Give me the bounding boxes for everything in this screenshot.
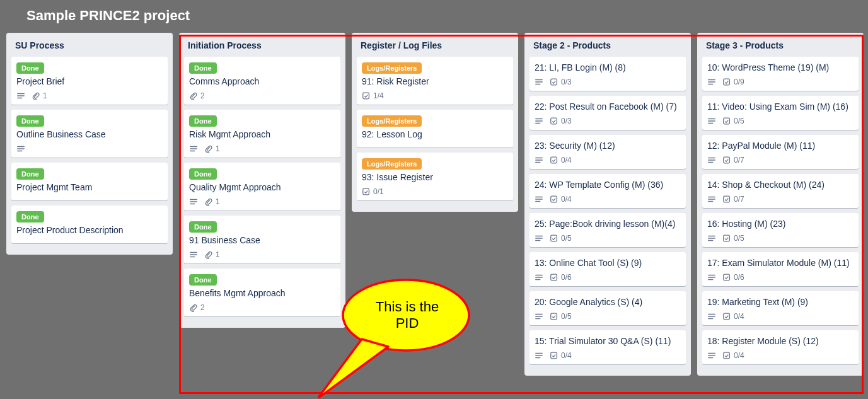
card-title: Outline Business Case <box>16 129 163 140</box>
label-logs[interactable]: Logs/Registers <box>362 158 422 170</box>
label-logs[interactable]: Logs/Registers <box>362 62 422 74</box>
card[interactable]: DoneQuality Mgmt Approach1 <box>184 163 340 211</box>
card[interactable]: 23: Security (M) (12)0/4 <box>529 135 686 169</box>
badge-attachment-count: 1 <box>216 197 220 206</box>
card-badges: 2 <box>189 303 335 313</box>
label-done[interactable]: Done <box>16 168 44 180</box>
attachment-icon <box>189 303 198 312</box>
badge-description <box>707 351 716 360</box>
card[interactable]: Done91 Business Case1 <box>184 216 340 263</box>
list-title[interactable]: Register / Log Files <box>357 38 513 57</box>
description-icon <box>707 117 716 125</box>
badge-attachments: 2 <box>189 91 205 100</box>
card[interactable]: DoneRisk Mgmt Approach1 <box>184 110 340 158</box>
description-icon <box>535 78 543 86</box>
svg-rect-76 <box>724 313 730 320</box>
description-icon <box>189 197 198 206</box>
card[interactable]: 16: Hosting (M) (23)0/5 <box>702 213 859 247</box>
card[interactable]: DoneOutline Business Case <box>11 110 168 158</box>
card-title: 10: WordPress Theme (19) (M) <box>707 62 854 73</box>
label-done[interactable]: Done <box>189 62 217 74</box>
badge-description <box>16 91 25 100</box>
label-done[interactable]: Done <box>189 115 217 127</box>
list[interactable]: SU ProcessDoneProject Brief1DoneOutline … <box>6 33 173 255</box>
checklist-icon <box>722 195 731 204</box>
card[interactable]: 12: PayPal Module (M) (11)0/7 <box>702 135 859 169</box>
card[interactable]: DoneComms Approach2 <box>184 57 340 105</box>
checklist-icon <box>550 195 558 204</box>
checklist-icon <box>550 351 558 360</box>
card-badges: 0/9 <box>707 77 854 87</box>
badge-description <box>535 195 543 204</box>
list[interactable]: Register / Log FilesLogs/Registers91: Ri… <box>352 33 518 212</box>
card[interactable]: DoneProject Product Description <box>11 205 168 243</box>
board: SU ProcessDoneProject Brief1DoneOutline … <box>0 33 868 376</box>
list-title[interactable]: Initiation Process <box>184 38 340 57</box>
list-title[interactable]: Stage 3 - Products <box>702 38 859 57</box>
card[interactable]: 13: Online Chat Tool (S) (9)0/6 <box>529 252 686 286</box>
badge-checklist-count: 0/5 <box>734 234 744 243</box>
attachment-icon <box>204 144 213 153</box>
card[interactable]: 20: Google Analytics (S) (4)0/5 <box>529 291 686 325</box>
badge-checklist-count: 0/7 <box>734 156 744 165</box>
badge-attachment-count: 2 <box>200 303 205 312</box>
checklist-icon <box>722 351 731 360</box>
svg-rect-56 <box>724 118 730 124</box>
badge-checklist-count: 0/9 <box>734 78 744 86</box>
checklist-icon <box>722 312 731 321</box>
card[interactable]: Logs/Registers93: Issue Register0/1 <box>357 153 513 200</box>
list[interactable]: Stage 3 - Products10: WordPress Theme (1… <box>697 33 864 376</box>
card[interactable]: 15: Trial Simulator 30 Q&A (S) (11)0/4 <box>529 330 686 364</box>
description-icon <box>16 91 25 100</box>
card-badges: 0/5 <box>535 311 681 321</box>
svg-rect-20 <box>551 79 557 85</box>
card-title: Project Brief <box>16 76 163 87</box>
list-title[interactable]: Stage 2 - Products <box>529 38 686 57</box>
badge-description <box>535 156 543 165</box>
label-logs[interactable]: Logs/Registers <box>362 115 422 127</box>
card[interactable]: Logs/Registers91: Risk Register1/4 <box>357 57 513 105</box>
badge-attachments: 1 <box>32 91 47 100</box>
card[interactable]: DoneBenefits Mgmt Approach2 <box>184 269 340 316</box>
badge-checklist-count: 0/4 <box>561 156 572 165</box>
list-title[interactable]: SU Process <box>11 38 168 57</box>
label-done[interactable]: Done <box>189 168 217 180</box>
card[interactable]: DoneProject Brief1 <box>11 57 168 105</box>
label-done[interactable]: Done <box>189 274 217 286</box>
card[interactable]: 11: Video: Using Exam Sim (M) (16)0/5 <box>702 96 859 130</box>
card-badges: 0/4 <box>535 155 681 165</box>
card-badges: 0/5 <box>535 233 681 243</box>
checklist-icon <box>550 117 558 125</box>
checklist-icon <box>362 187 371 196</box>
card-title: 11: Video: Using Exam Sim (M) (16) <box>707 101 854 112</box>
svg-rect-15 <box>363 93 369 99</box>
card[interactable]: 24: WP Template Config (M) (36)0/4 <box>529 174 686 208</box>
card[interactable]: 10: WordPress Theme (19) (M)0/9 <box>702 57 859 91</box>
badge-attachment-count: 2 <box>200 91 205 100</box>
card[interactable]: 19: Marketing Text (M) (9)0/4 <box>702 291 859 325</box>
list[interactable]: Initiation ProcessDoneComms Approach2Don… <box>179 33 345 328</box>
card[interactable]: 17: Exam Simulator Module (M) (11)0/6 <box>702 252 859 286</box>
card-badges: 0/4 <box>707 350 854 361</box>
card[interactable]: 25: Page:Book driving lesson (M)(4)0/5 <box>529 213 686 247</box>
checklist-icon <box>550 273 558 282</box>
card-title: Risk Mgmt Approach <box>189 129 335 140</box>
list[interactable]: Stage 2 - Products21: LI, FB Login (M) (… <box>524 33 691 376</box>
card-badges: 0/4 <box>535 350 681 361</box>
label-done[interactable]: Done <box>16 62 44 74</box>
card[interactable]: Logs/Registers92: Lesson Log <box>357 110 513 147</box>
badge-checklist: 0/1 <box>362 187 384 196</box>
svg-rect-80 <box>724 352 730 359</box>
card-badges: 1 <box>189 250 335 260</box>
badge-attachment-count: 1 <box>216 144 220 153</box>
card[interactable]: 14: Shop & Checkout (M) (24)0/7 <box>702 174 859 208</box>
label-done[interactable]: Done <box>16 211 44 223</box>
card-title: 25: Page:Book driving lesson (M)(4) <box>535 218 681 229</box>
badge-checklist: 1/4 <box>362 91 384 100</box>
card[interactable]: 21: LI, FB Login (M) (8)0/3 <box>529 57 686 91</box>
card[interactable]: DoneProject Mgmt Team <box>11 163 168 200</box>
card[interactable]: 18: Register Module (S) (12)0/4 <box>702 330 859 364</box>
card[interactable]: 22: Post Result on Facebook (M) (7)0/3 <box>529 96 686 130</box>
label-done[interactable]: Done <box>189 221 217 233</box>
label-done[interactable]: Done <box>16 115 44 127</box>
